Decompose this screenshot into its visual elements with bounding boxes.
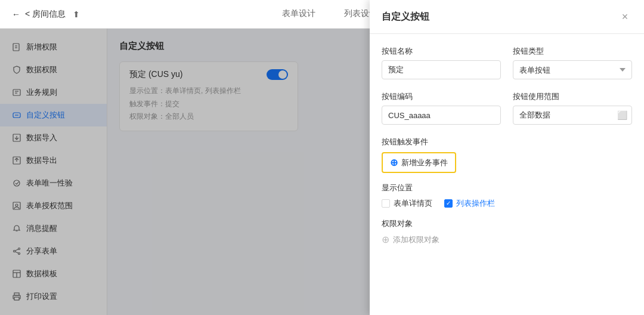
button-scope-input[interactable] [513,106,632,125]
display-position-section: 显示位置 表单详情页 列表操作栏 [382,183,632,209]
button-code-input[interactable] [382,106,501,125]
permission-label: 权限对象 [382,218,632,229]
button-scope-input-wrapper: ⬜ [513,106,632,125]
close-button[interactable]: × [618,10,632,24]
trigger-event-section: 按钮触发事件 ⊕ 新增业务事件 [382,137,632,173]
add-event-label: 新增业务事件 [401,158,448,168]
nav-title: < 房间信息 [25,9,66,20]
panel-title: 自定义按钮 [382,11,429,23]
add-perm-plus-icon: ⊕ [382,234,389,245]
form-group-button-scope: 按钮使用范围 ⬜ [513,91,632,125]
checkbox-list-action[interactable]: 列表操作栏 [444,198,495,209]
add-permission-label: 添加权限对象 [393,234,439,245]
form-row-2: 按钮编码 按钮使用范围 ⬜ [382,91,632,125]
form-group-button-type: 按钮类型 表单按钮 [513,46,632,79]
button-name-input[interactable] [382,60,501,79]
checkbox-list-action-box[interactable] [444,199,453,208]
permission-section: 权限对象 ⊕ 添加权限对象 [382,218,632,245]
checkbox-form-detail[interactable]: 表单详情页 [382,198,432,209]
list-action-label: 列表操作栏 [456,198,495,209]
checkbox-form-detail-box[interactable] [382,199,390,208]
form-row-1: 按钮名称 按钮类型 表单按钮 [382,46,632,79]
form-group-button-code: 按钮编码 [382,91,501,125]
form-detail-label: 表单详情页 [394,198,432,209]
checkbox-group: 表单详情页 列表操作栏 [382,198,632,209]
button-type-select[interactable]: 表单按钮 [513,60,632,79]
panel-body: 按钮名称 按钮类型 表单按钮 按钮编码 按钮使用范围 [370,34,644,315]
nav-back[interactable]: ← < 房间信息 ⬆ [12,9,80,20]
custom-button-panel: 自定义按钮 × 按钮名称 按钮类型 表单按钮 按钮编码 [370,0,644,315]
button-type-label: 按钮类型 [513,46,632,57]
button-name-label: 按钮名称 [382,46,501,57]
tab-form-design[interactable]: 表单设计 [268,0,330,29]
display-position-label: 显示位置 [382,183,632,193]
button-code-label: 按钮编码 [382,91,501,102]
back-arrow: ← [12,10,20,19]
trigger-event-label: 按钮触发事件 [382,137,632,147]
add-event-button[interactable]: ⊕ 新增业务事件 [382,152,456,173]
panel-header: 自定义按钮 × [370,0,644,34]
export-icon[interactable]: ⬆ [73,10,80,19]
scope-expand-icon[interactable]: ⬜ [617,110,627,120]
add-permission-button[interactable]: ⊕ 添加权限对象 [382,234,439,245]
button-type-select-wrapper: 表单按钮 [513,60,632,79]
button-scope-label: 按钮使用范围 [513,91,632,102]
form-group-button-name: 按钮名称 [382,46,501,79]
plus-icon: ⊕ [390,157,398,168]
